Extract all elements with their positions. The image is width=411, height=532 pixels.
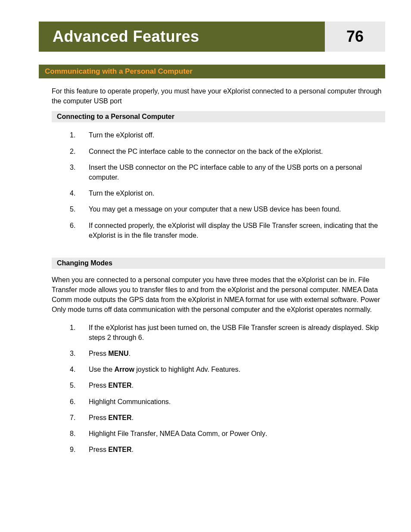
list-item: 5.Press ENTER. (70, 380, 385, 390)
connecting-steps: 1.Turn the eXplorist off. 2.Connect the … (70, 130, 385, 240)
step-number: 3. (70, 162, 89, 182)
page-title: Advanced Features (39, 22, 325, 52)
step-number: 6. (70, 397, 89, 407)
step-text: Highlight File Transfer, NMEA Data Comm,… (89, 429, 385, 439)
step-number: 6. (70, 221, 89, 240)
list-item: 1.Turn the eXplorist off. (70, 130, 385, 140)
section-intro: For this feature to operate properly, yo… (52, 86, 385, 106)
menu-ref: File Transfer (118, 430, 156, 437)
control-ref: Arrow (115, 366, 134, 373)
button-ref: MENU (108, 350, 128, 357)
changing-intro: When you are connected to a personal com… (52, 275, 385, 315)
list-item: 4.Use the Arrow joystick to highlight Ad… (70, 364, 385, 374)
connecting-heading: Connecting to a Personal Computer (52, 111, 385, 122)
step-text: Connect the PC interface cable to the co… (89, 146, 385, 156)
page-header: Advanced Features 76 (39, 22, 385, 52)
menu-ref: Adv. Features (196, 366, 238, 373)
step-text: Turn the eXplorist off. (89, 130, 385, 140)
step-text: Press ENTER. (89, 413, 385, 423)
step-text: Press ENTER. (89, 380, 385, 390)
step-text: Highlight Communications. (89, 397, 385, 407)
step-number: 7. (70, 413, 89, 423)
list-item: 2.Connect the PC interface cable to the … (70, 146, 385, 156)
step-number: 1. (70, 323, 89, 342)
list-item: 6.Highlight Communications. (70, 397, 385, 407)
list-item: 6.If connected properly, the eXplorist w… (70, 221, 385, 240)
list-item: 7.Press ENTER. (70, 413, 385, 423)
list-item: 3.Press MENU. (70, 348, 385, 358)
list-item: 9.Press ENTER. (70, 445, 385, 454)
changing-heading: Changing Modes (52, 258, 385, 269)
step-text: You may get a message on your computer t… (89, 204, 385, 214)
changing-steps: 1.If the eXplorist has just been turned … (70, 323, 385, 455)
list-item: 5.You may get a message on your computer… (70, 204, 385, 214)
step-number: 9. (70, 445, 89, 454)
menu-ref: Power Only (230, 430, 265, 437)
button-ref: ENTER (108, 414, 131, 421)
step-number: 5. (70, 204, 89, 214)
list-item: 3.Insert the USB connector on the PC int… (70, 162, 385, 182)
list-item: 4.Turn the eXplorist on. (70, 188, 385, 198)
step-number: 3. (70, 348, 89, 358)
step-number: 4. (70, 188, 89, 198)
step-text: Use the Arrow joystick to highlight Adv.… (89, 364, 385, 374)
step-number: 2. (70, 146, 89, 156)
step-text: Press MENU. (89, 348, 385, 358)
step-number: 5. (70, 380, 89, 390)
button-ref: ENTER (108, 382, 131, 389)
step-text: If the eXplorist has just been turned on… (89, 323, 385, 342)
step-text: Insert the USB connector on the PC inter… (89, 162, 385, 182)
list-item: 1.If the eXplorist has just been turned … (70, 323, 385, 342)
step-number: 1. (70, 130, 89, 140)
step-number: 8. (70, 429, 89, 439)
list-item: 8.Highlight File Transfer, NMEA Data Com… (70, 429, 385, 439)
button-ref: ENTER (108, 446, 131, 453)
step-text: Turn the eXplorist on. (89, 188, 385, 198)
page-number: 76 (325, 22, 385, 52)
section-heading: Communicating with a Personal Computer (39, 65, 385, 78)
menu-ref: Communications (118, 398, 169, 405)
menu-ref: NMEA Data Comm (160, 430, 218, 437)
step-text: If connected properly, the eXplorist wil… (89, 221, 385, 240)
step-number: 4. (70, 364, 89, 374)
step-text: Press ENTER. (89, 445, 385, 454)
